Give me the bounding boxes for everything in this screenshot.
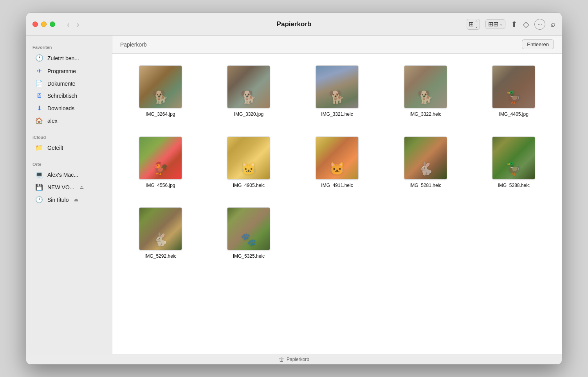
sidebar-item-label-apps: Programme [47, 68, 76, 74]
animal-icon-img5325: 🐾 [241, 232, 256, 247]
maximize-button[interactable] [50, 22, 55, 27]
animal-icon-img3320: 🐕 [241, 90, 256, 105]
file-thumb-img5288: 🦆 [492, 136, 535, 180]
search-button[interactable]: ⌕ [551, 20, 556, 29]
sintitulo-icon: 🕐 [35, 196, 43, 203]
sidebar-item-sintitulo[interactable]: 🕐 Sin título ⏏ [29, 194, 110, 206]
animal-icon-img3321: 🐕 [329, 90, 345, 105]
empty-trash-button[interactable]: Entleeren [522, 39, 554, 49]
animal-icon-img3264: 🐕 [153, 90, 168, 105]
eject-sintitulo-icon[interactable]: ⏏ [74, 197, 78, 203]
file-item-img4405[interactable]: 🦆IMG_4405.jpg [473, 63, 554, 120]
animal-icon-img4911: 🐱 [329, 161, 345, 176]
file-thumb-img5281: 🐇 [404, 136, 447, 180]
window-title: Papierkorb [277, 20, 312, 28]
file-thumb-inner-img5281: 🐇 [404, 137, 447, 179]
title-bar: ‹ › Papierkorb ⊞ ⌃⌄ ⊞⊞ ⌄ ⬆ ◇ ··· ⌕ [26, 13, 562, 36]
file-name-img4405: IMG_4405.jpg [499, 111, 528, 118]
file-item-img5288[interactable]: 🦆IMG_5288.heic [473, 134, 554, 191]
animal-icon-img5292: 🐇 [153, 232, 168, 247]
sidebar-item-mac[interactable]: 💻 Alex's Mac... [29, 169, 110, 181]
file-name-img5292: IMG_5292.heic [144, 253, 176, 260]
group-view[interactable]: ⊞⊞ ⌄ [485, 19, 505, 29]
minimize-button[interactable] [41, 22, 47, 27]
file-name-img3264: IMG_3264.jpg [146, 111, 175, 118]
sidebar-item-label-desktop: Schreibtisch [47, 93, 77, 99]
sidebar: Favoriten 🕐 Zuletzt ben... ✈ Programme 📄… [26, 36, 112, 354]
file-thumb-img4405: 🦆 [492, 65, 535, 108]
file-item-img3322[interactable]: 🐕IMG_3322.heic [385, 63, 466, 120]
file-item-img4556[interactable]: 🐓IMG_4556.jpg [120, 134, 201, 191]
favorites-label: Favoriten [26, 42, 112, 51]
file-name-img3321: IMG_3321.heic [321, 111, 353, 118]
file-name-img5325: IMG_5325.heic [233, 253, 265, 260]
animal-icon-img4905: 🐱 [241, 161, 256, 176]
finder-window: ‹ › Papierkorb ⊞ ⌃⌄ ⊞⊞ ⌄ ⬆ ◇ ··· ⌕ Favor… [26, 13, 562, 364]
file-thumb-img3322: 🐕 [404, 65, 447, 108]
file-item-img5325[interactable]: 🐾IMG_5325.heic [209, 205, 289, 262]
docs-icon: 📄 [35, 80, 43, 87]
file-item-img3320[interactable]: 🐕IMG_3320.jpg [209, 63, 289, 120]
file-item-img3264[interactable]: 🐕IMG_3264.jpg [120, 63, 201, 120]
tag-button[interactable]: ◇ [523, 20, 529, 29]
file-thumb-inner-img5288: 🦆 [492, 137, 535, 179]
icloud-label: iCloud [26, 132, 112, 141]
mac-icon: 💻 [35, 171, 43, 178]
view-switcher[interactable]: ⊞ ⌃⌄ [467, 19, 480, 30]
file-item-img5292[interactable]: 🐇IMG_5292.heic [120, 205, 201, 262]
file-thumb-img3321: 🐕 [316, 65, 359, 108]
file-thumb-inner-img5325: 🐾 [227, 208, 270, 250]
file-thumb-inner-img3264: 🐕 [139, 66, 182, 108]
file-thumb-inner-img3322: 🐕 [404, 66, 447, 108]
sidebar-item-label-downloads: Downloads [47, 105, 74, 111]
content-header: Papierkorb Entleeren [112, 36, 562, 54]
file-name-img3322: IMG_3322.heic [409, 111, 441, 118]
file-name-img5288: IMG_5288.heic [498, 183, 530, 189]
file-item-img5281[interactable]: 🐇IMG_5281.heic [385, 134, 466, 191]
file-thumb-inner-img4911: 🐱 [316, 137, 358, 179]
group-chevron-icon[interactable]: ⌄ [500, 22, 503, 26]
file-thumb-img3264: 🐕 [139, 65, 182, 108]
file-thumb-img4556: 🐓 [139, 136, 182, 180]
animal-icon-img5281: 🐇 [418, 161, 433, 176]
close-button[interactable] [32, 22, 38, 27]
file-item-img3321[interactable]: 🐕IMG_3321.heic [297, 63, 377, 120]
status-bar-content: 🗑 Papierkorb [279, 356, 309, 363]
sidebar-item-downloads[interactable]: ⬇ Downloads [29, 102, 110, 114]
file-name-img3320: IMG_3320.jpg [234, 111, 263, 118]
sidebar-item-apps[interactable]: ✈ Programme [29, 65, 110, 77]
nav-buttons: ‹ › [65, 19, 81, 30]
traffic-lights [32, 22, 55, 27]
sidebar-item-label-recent: Zuletzt ben... [47, 55, 79, 61]
file-thumb-img4911: 🐱 [316, 136, 359, 180]
file-thumb-img5292: 🐇 [139, 207, 182, 250]
newvol-icon: 💾 [35, 183, 43, 191]
sidebar-item-newvol[interactable]: 💾 NEW VO... ⏏ [29, 181, 110, 193]
file-name-img4556: IMG_4556.jpg [146, 183, 175, 189]
file-thumb-img4905: 🐱 [227, 136, 270, 180]
more-button[interactable]: ··· [534, 19, 545, 30]
grid-view-icon[interactable]: ⊞ [469, 20, 474, 28]
back-button[interactable]: ‹ [65, 19, 72, 30]
forward-button[interactable]: › [74, 19, 82, 30]
breadcrumb: Papierkorb [120, 41, 147, 48]
shared-icon: 📁 [35, 144, 43, 151]
recent-icon: 🕐 [35, 54, 43, 62]
sidebar-separator-2 [26, 154, 112, 159]
view-chevron-icon[interactable]: ⌃⌄ [475, 20, 478, 29]
sidebar-item-label-mac: Alex's Mac... [47, 172, 78, 178]
file-item-img4911[interactable]: 🐱IMG_4911.heic [297, 134, 377, 191]
eject-newvol-icon[interactable]: ⏏ [79, 185, 84, 190]
desktop-icon: 🖥 [35, 92, 43, 99]
sidebar-item-desktop[interactable]: 🖥 Schreibtisch [29, 90, 110, 102]
share-button[interactable]: ⬆ [511, 20, 518, 29]
file-thumb-inner-img4905: 🐱 [227, 137, 270, 179]
sidebar-item-shared[interactable]: 📁 Geteilt [29, 142, 110, 154]
sidebar-item-docs[interactable]: 📄 Dokumente [29, 77, 110, 90]
sidebar-item-recent[interactable]: 🕐 Zuletzt ben... [29, 52, 110, 65]
sidebar-item-alex[interactable]: 🏠 alex [29, 115, 110, 127]
status-bar-label: Papierkorb [287, 357, 309, 362]
file-item-img4905[interactable]: 🐱IMG_4905.heic [209, 134, 289, 191]
file-thumb-inner-img5292: 🐇 [139, 208, 182, 250]
file-thumb-inner-img4556: 🐓 [139, 137, 182, 179]
